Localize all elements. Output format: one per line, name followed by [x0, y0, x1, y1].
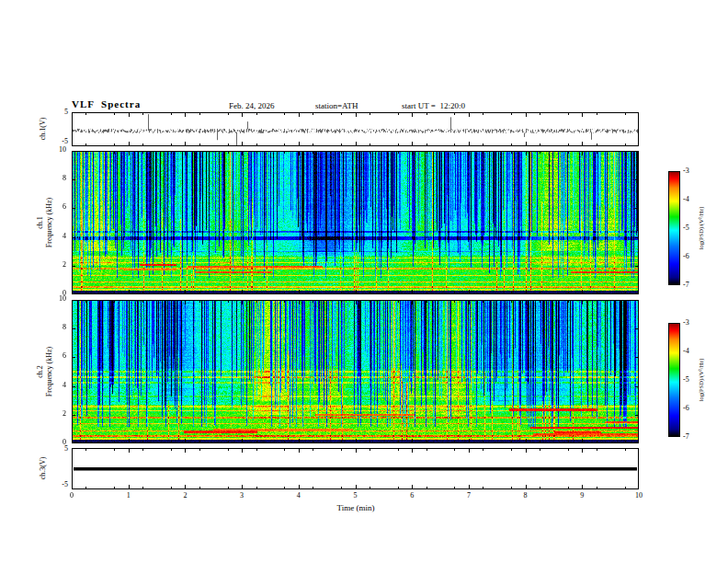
time-xtick: 3 [233, 491, 251, 500]
colorbar-ch1-tick: -5 [683, 224, 701, 232]
colorbar-ch2-tick: -4 [683, 347, 701, 355]
time-xtick: 9 [573, 491, 591, 500]
ch1-freq-ytick: 10 [42, 145, 66, 154]
colorbar-ch2 [668, 323, 680, 437]
time-xtick: 8 [517, 491, 535, 500]
start-ut-label: start UT = 12:20:0 [402, 101, 465, 110]
time-xtick: 0 [63, 491, 81, 500]
ch1-freq-ytick: 6 [42, 202, 66, 211]
colorbar-ch2-tick: -6 [683, 404, 701, 412]
figure-date: Feb. 24, 2026 [229, 101, 275, 110]
ch3-wave-ylabel: ch.3(V) [39, 457, 48, 480]
ch1-freq-ytick: 2 [42, 260, 66, 269]
ch2-freq-ytick: 2 [42, 409, 66, 418]
time-xtick: 7 [460, 491, 478, 500]
ch1-wave-ymin-label: -5 [50, 137, 68, 145]
colorbar-ch1 [668, 171, 680, 285]
colorbar-ch2-tick: -5 [683, 375, 701, 384]
colorbar-ch2-tick: -3 [683, 318, 701, 327]
ch2-freq-ytick: 10 [42, 294, 66, 303]
figure-title: VLF Spectra [72, 98, 141, 109]
time-xtick: 5 [347, 491, 365, 500]
station-label: station=ATH [315, 101, 358, 110]
time-xtick: 10 [630, 491, 648, 500]
ch3-wave-ymin-label: -5 [50, 480, 68, 488]
ch1-spectrogram-plot [72, 151, 639, 294]
ch1-freq-ytick: 8 [42, 174, 66, 182]
ch2-freq-ytick: 4 [42, 381, 66, 389]
colorbar-ch1-tick: -4 [683, 195, 701, 203]
ch3-waveform-plot [72, 448, 639, 489]
vlf-spectra-figure: VLF Spectra Feb. 24, 2026 station=ATH st… [0, 0, 728, 563]
ch1-waveform-plot [72, 112, 639, 146]
ch2-spectrogram-plot [72, 300, 639, 443]
ch1-wave-ylabel: ch.1(V) [39, 118, 48, 141]
colorbar-ch1-tick: -3 [683, 167, 701, 175]
ch1-freq-ytick: 4 [42, 232, 66, 240]
ch1-wave-ymax-label: 5 [50, 108, 68, 116]
colorbar-ch2-tick: -7 [683, 432, 701, 441]
time-xtick: 4 [290, 491, 308, 500]
ch2-freq-ytick: 8 [42, 323, 66, 331]
x-axis-label: Time (min) [310, 503, 402, 512]
ch2-freq-ytick: 6 [42, 351, 66, 360]
colorbar-ch1-tick: -6 [683, 252, 701, 260]
colorbar-ch1-tick: -7 [683, 281, 701, 289]
time-xtick: 2 [176, 491, 194, 500]
ch2-freq-ytick: 0 [42, 438, 66, 446]
time-xtick: 1 [119, 491, 138, 500]
time-xtick: 6 [403, 491, 421, 500]
